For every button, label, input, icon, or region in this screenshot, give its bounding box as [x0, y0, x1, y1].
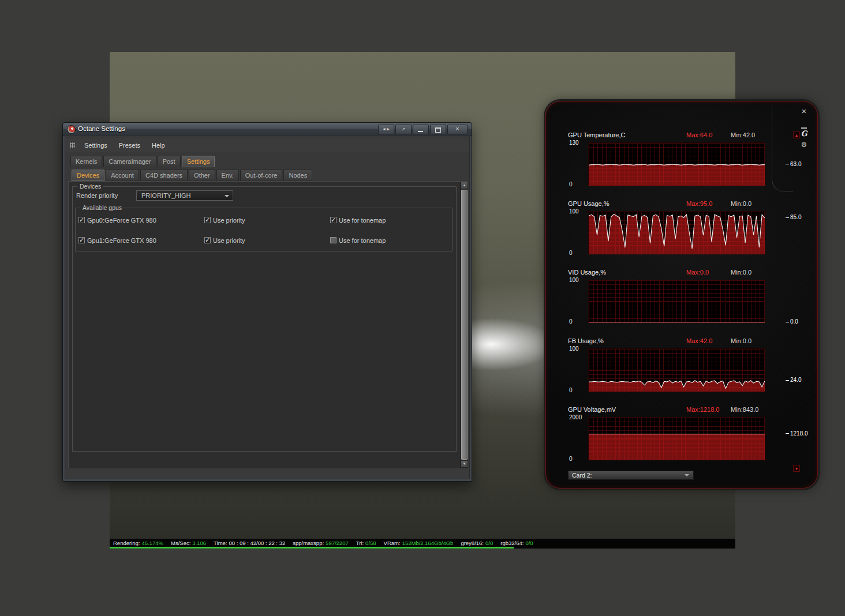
chart-min-value: Min:42.0: [731, 132, 755, 138]
gpu0-enabled-checkbox[interactable]: ✓: [78, 217, 85, 223]
check-icon: ✓: [79, 238, 84, 243]
y-axis-max-label: 100: [569, 208, 586, 215]
tab-post[interactable]: Post: [158, 156, 181, 167]
chart-current-value: 85.0: [786, 214, 801, 220]
chevron-down-icon: [685, 474, 689, 476]
chart-body: 2000 0 1218.0: [588, 417, 801, 460]
chart-title: GPU Temperature,C: [568, 132, 625, 138]
gpu1-use-tonemap-checkbox[interactable]: ✓: [330, 237, 336, 243]
menu-help[interactable]: Help: [146, 140, 171, 151]
chart-min-value: Min:0.0: [731, 337, 751, 344]
status-mssec: Ms/Sec:3.106: [171, 540, 206, 546]
gpu-monitor-panel: × G ⚙ ▲ ▼ GPU Temperature,C Max:64.0 Min…: [545, 101, 818, 489]
maximize-button[interactable]: [430, 125, 446, 134]
render-progress-bar: [110, 547, 514, 549]
y-axis-min-label: 0: [569, 181, 586, 187]
chart-body: 130 0 63.0: [588, 142, 801, 186]
chart-max-value: Max:0.0: [686, 269, 709, 276]
chart-header: GPU Usage,% Max:95.0 Min:0.0: [568, 200, 801, 210]
tab-env[interactable]: Env.: [216, 170, 239, 181]
desktop: Rendering:45.174% Ms/Sec:3.106 Time:00 :…: [0, 0, 845, 616]
status-value: 0/58: [365, 540, 376, 546]
menu-bar: Settings Presets Help: [65, 138, 469, 152]
status-value: 00 : 09 : 42/00 : 22 : 32: [229, 540, 286, 546]
scrollbar-up-arrow[interactable]: ▲: [461, 182, 468, 189]
gpu0-use-priority-checkbox[interactable]: ✓: [204, 217, 211, 223]
minimize-icon: [418, 131, 423, 132]
render-priority-value: PRIORITY_HIGH: [141, 192, 191, 199]
chart-current-value: 24.0: [786, 377, 801, 383]
chart-title: GPU Voltage,mV: [568, 406, 616, 413]
status-grey: grey8/16:0/0: [461, 540, 493, 546]
panel-close-icon[interactable]: ×: [799, 106, 809, 116]
chart-body: 100 0 24.0: [588, 348, 801, 392]
y-axis-min-label: 0: [569, 250, 586, 256]
chart-max-value: Max:64.0: [686, 132, 712, 138]
dock-arrows-button[interactable]: ◄►: [378, 125, 394, 134]
chart-current-value: 0.0: [786, 318, 798, 325]
tab-other[interactable]: Other: [189, 170, 215, 181]
available-gpus-label: Available gpus: [80, 204, 124, 211]
settings-sub-tab-bar: Devices Account C4D shaders Other Env. O…: [65, 168, 469, 181]
gpu1-use-priority-checkbox[interactable]: ✓: [204, 237, 211, 243]
available-gpus-groupbox: Available gpus ✓ Gpu0:GeForce GTX 980 ✓ …: [75, 208, 453, 251]
chart-plot-area: [588, 280, 765, 323]
status-label: Tri:: [356, 540, 364, 546]
menu-settings[interactable]: Settings: [78, 140, 113, 151]
chart-gpu-voltage: GPU Voltage,mV Max:1218.0 Min:843.0 2000…: [568, 406, 801, 475]
window-titlebar[interactable]: Octane Settings ◄► ↗ ×: [63, 123, 472, 136]
status-value: 597/2207: [326, 540, 349, 546]
y-axis-min-label: 0: [569, 456, 586, 462]
render-priority-label: Render priority: [76, 192, 118, 199]
close-button[interactable]: ×: [447, 125, 468, 134]
content-scrollbar[interactable]: ▲ ▼: [460, 182, 468, 468]
gpu0-use-tonemap-checkbox[interactable]: ✓: [330, 217, 336, 223]
minimize-button[interactable]: [413, 125, 429, 134]
charts-stack: GPU Temperature,C Max:64.0 Min:42.0 130 …: [568, 132, 801, 475]
chart-title: FB Usage,%: [568, 337, 604, 344]
gpu1-name-label: Gpu1:GeForce GTX 980: [87, 237, 156, 245]
chart-plot-area: [588, 211, 765, 254]
status-label: Ms/Sec:: [171, 540, 190, 546]
detach-window-button[interactable]: ↗: [395, 125, 412, 134]
tab-c4d-shaders[interactable]: C4D shaders: [140, 170, 188, 181]
menu-presets[interactable]: Presets: [113, 140, 146, 151]
chart-plot-area: [588, 417, 765, 460]
devices-group-label: Devices: [77, 183, 103, 190]
tab-cameraimager[interactable]: CameraImager: [103, 156, 156, 167]
tab-settings[interactable]: Settings: [182, 156, 215, 167]
menu-grip-icon[interactable]: [70, 142, 75, 148]
window-body: Settings Presets Help Kernels CameraImag…: [65, 136, 470, 479]
chart-plot-area: [588, 142, 765, 186]
render-priority-dropdown[interactable]: PRIORITY_HIGH: [136, 190, 233, 201]
tab-devices[interactable]: Devices: [72, 170, 104, 181]
window-title: Octane Settings: [78, 125, 125, 132]
scrollbar-thumb[interactable]: [461, 190, 468, 460]
chart-title: GPU Usage,%: [568, 200, 610, 207]
chart-body: 100 0 85.0: [588, 211, 801, 254]
scrollbar-down-arrow[interactable]: ▼: [461, 460, 468, 468]
gpu1-enabled-checkbox[interactable]: ✓: [78, 237, 85, 243]
gpu-row-0: ✓ Gpu0:GeForce GTX 980 ✓ Use priority ✓ …: [76, 217, 452, 224]
check-icon: ✓: [205, 217, 210, 223]
minimize-bar: [801, 127, 807, 129]
chart-gpu-usage: GPU Usage,% Max:95.0 Min:0.0 100 0 85.0: [568, 200, 801, 269]
status-rgb: rgb32/64:0/0: [500, 540, 533, 546]
tab-account[interactable]: Account: [106, 170, 139, 181]
use-tonemap-label: Use for tonemap: [339, 237, 386, 245]
chart-title: VID Usage,%: [568, 269, 606, 276]
chart-header: VID Usage,% Max:0.0 Min:0.0: [568, 269, 801, 279]
chart-header: FB Usage,% Max:42.0 Min:0.0: [568, 337, 801, 347]
tab-kernels[interactable]: Kernels: [70, 156, 102, 167]
card-selector-dropdown[interactable]: Card 2:: [568, 471, 694, 480]
gpu-row-1: ✓ Gpu1:GeForce GTX 980 ✓ Use priority ✓ …: [76, 237, 452, 245]
tab-out-of-core[interactable]: Out-of-core: [240, 170, 283, 181]
use-priority-label: Use priority: [213, 237, 245, 245]
render-status-bar: Rendering:45.174% Ms/Sec:3.106 Time:00 :…: [110, 539, 735, 549]
close-icon: ×: [455, 125, 459, 132]
chart-fb-usage: FB Usage,% Max:42.0 Min:0.0 100 0 24.0: [568, 337, 801, 406]
status-value: 3.106: [192, 540, 206, 546]
tab-nodes[interactable]: Nodes: [283, 170, 312, 181]
status-label: Time:: [214, 540, 227, 546]
use-tonemap-label: Use for tonemap: [339, 217, 386, 224]
